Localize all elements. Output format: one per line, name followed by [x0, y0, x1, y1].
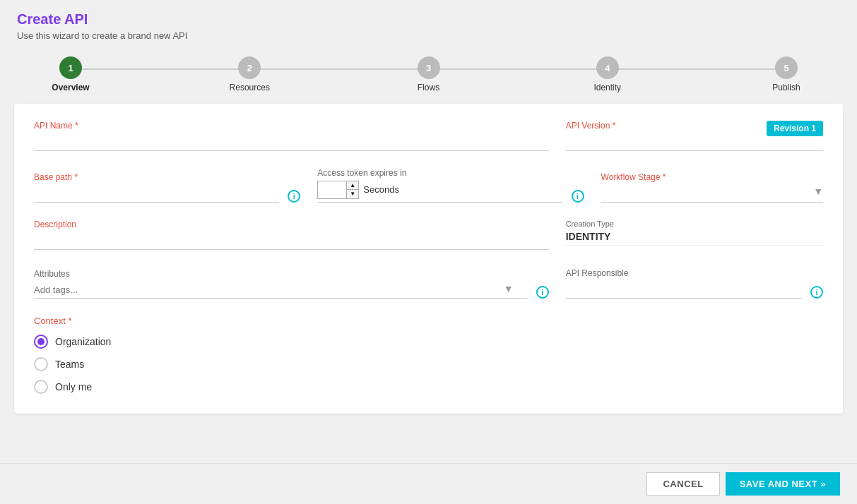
attributes-info-icon[interactable]: i	[536, 286, 549, 299]
step-label-5: Publish	[772, 83, 800, 92]
base-path-group: Base path * i	[34, 172, 300, 203]
step-overview[interactable]: 1 Overview	[42, 56, 99, 92]
api-name-label: API Name *	[34, 121, 549, 131]
footer-bar: CANCEL SAVE AND NEXT »	[0, 463, 857, 504]
token-spinner: ▲ ▼	[317, 181, 359, 199]
step-flows[interactable]: 3 Flows	[401, 56, 457, 92]
description-group: Description	[34, 220, 549, 251]
workflow-stage-label: Workflow Stage *	[601, 172, 823, 182]
workflow-stage-input[interactable]	[601, 185, 823, 203]
cancel-button[interactable]: CANCEL	[646, 472, 719, 496]
step-circle-3: 3	[418, 56, 440, 79]
save-and-next-button[interactable]: SAVE AND NEXT »	[726, 472, 840, 496]
access-token-info-icon[interactable]: i	[572, 190, 584, 203]
base-path-info-icon[interactable]: i	[288, 190, 300, 203]
description-input[interactable]	[34, 232, 549, 250]
creation-type-group: Creation Type IDENTITY	[566, 220, 823, 246]
description-label: Description	[34, 220, 549, 229]
radio-circle-org	[34, 335, 48, 349]
api-responsible-info-icon[interactable]: i	[810, 286, 823, 299]
step-label-3: Flows	[418, 83, 439, 92]
radio-circle-teams	[34, 357, 48, 371]
api-responsible-input[interactable]	[566, 281, 802, 299]
step-circle-1: 1	[59, 56, 82, 79]
step-resources[interactable]: 2 Resources	[221, 56, 278, 92]
token-value-input[interactable]	[318, 181, 346, 198]
api-name-input[interactable]	[34, 133, 549, 151]
workflow-stage-group: Workflow Stage * ▼	[601, 172, 823, 203]
spinner-up-button[interactable]: ▲	[347, 181, 358, 190]
radio-only-me[interactable]: Only me	[34, 380, 823, 394]
base-path-input[interactable]	[34, 185, 279, 203]
spinner-down-button[interactable]: ▼	[347, 190, 358, 198]
api-version-group: API Version * Revision 1	[566, 121, 823, 151]
api-responsible-group: API Responsible i	[566, 268, 823, 299]
access-token-group: Access token expires in ▲ ▼ Seconds i	[317, 168, 584, 203]
radio-teams[interactable]: Teams	[34, 357, 823, 371]
radio-label-teams: Teams	[55, 359, 84, 370]
attributes-group: Attributes ▼ i	[34, 269, 549, 299]
api-name-group: API Name *	[34, 121, 549, 151]
spinner-arrows: ▲ ▼	[346, 181, 358, 198]
stepper: 1 Overview 2 Resources 3 Flows 4 Identit…	[0, 48, 857, 92]
context-label: Context *	[34, 316, 823, 326]
creation-type-label: Creation Type	[566, 220, 823, 228]
step-label-2: Resources	[230, 83, 270, 92]
tags-input[interactable]	[34, 282, 528, 299]
radio-label-org: Organization	[55, 336, 111, 347]
radio-label-only-me: Only me	[55, 381, 92, 392]
api-responsible-label: API Responsible	[566, 268, 802, 278]
step-circle-5: 5	[775, 56, 798, 79]
page-subtitle: Use this wizard to create a brand new AP…	[17, 30, 840, 41]
seconds-label: Seconds	[363, 184, 399, 198]
main-card: API Name * API Version * Revision 1 Base…	[14, 104, 843, 414]
radio-circle-only-me	[34, 380, 48, 394]
radio-organization[interactable]: Organization	[34, 335, 823, 349]
page-title: Create API	[17, 11, 840, 28]
radio-dot-org	[37, 338, 45, 345]
step-circle-2: 2	[238, 56, 261, 79]
step-identity[interactable]: 4 Identity	[579, 56, 636, 92]
access-token-label: Access token expires in	[317, 168, 562, 178]
base-path-label: Base path *	[34, 172, 279, 182]
step-label-1: Overview	[52, 83, 89, 92]
step-publish[interactable]: 5 Publish	[758, 56, 815, 92]
context-section: Context * Organization Teams Only me	[34, 316, 823, 394]
step-circle-4: 4	[596, 56, 619, 79]
step-label-4: Identity	[593, 83, 621, 92]
radio-group: Organization Teams Only me	[34, 335, 823, 394]
creation-type-value: IDENTITY	[566, 231, 823, 242]
revision-badge: Revision 1	[767, 121, 823, 136]
attributes-label: Attributes	[34, 269, 528, 279]
